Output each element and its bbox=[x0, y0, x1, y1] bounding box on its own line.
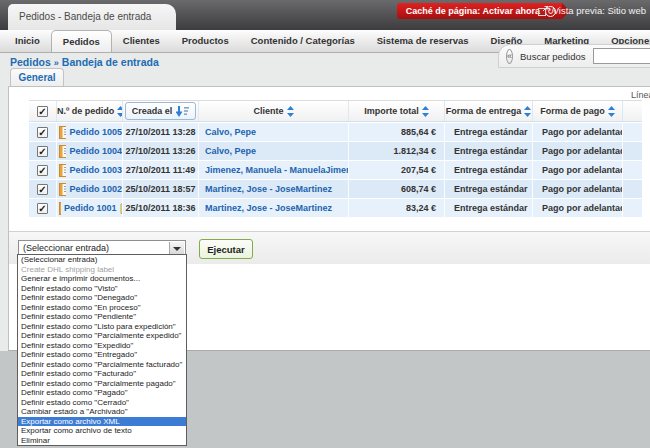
bulk-action-option[interactable]: Definir estado como "Parcialmente factur… bbox=[18, 360, 186, 370]
bulk-action-option-highlighted[interactable]: Exportar como archivo XML bbox=[18, 417, 186, 427]
row-checkbox[interactable] bbox=[37, 146, 48, 157]
client-link[interactable]: Jimenez, Manuela - ManuelaJimenez bbox=[205, 165, 349, 175]
window-tab-title: Pedidos - Bandeja de entrada bbox=[19, 11, 151, 22]
column-header-client[interactable]: Cliente bbox=[199, 101, 349, 121]
bulk-action-option[interactable]: Definir estado como "Cerrado" bbox=[18, 398, 186, 408]
bulk-action-option[interactable]: Exportar como archivo de texto bbox=[18, 426, 186, 436]
order-doc-icon bbox=[59, 126, 66, 139]
breadcrumb-separator: » bbox=[51, 58, 62, 68]
order-payment: Pago por adelantado bbox=[533, 123, 623, 141]
order-total: 83,24 € bbox=[349, 199, 445, 217]
order-date: 25/10/2011 18:36 bbox=[123, 199, 199, 217]
menu-item-productos[interactable]: Productos bbox=[171, 30, 240, 52]
execute-button[interactable]: Ejecutar bbox=[199, 239, 253, 259]
note-icon bbox=[120, 203, 122, 214]
lines-per-page-label: Línea bbox=[631, 90, 650, 100]
bulk-action-option[interactable]: Definir estado como "Parcialmente expedi… bbox=[18, 331, 186, 341]
order-shipping: Entrega estándar bbox=[445, 199, 533, 217]
order-link[interactable]: Pedido 1003 bbox=[69, 165, 122, 175]
window-tab[interactable]: Pedidos - Bandeja de entrada bbox=[8, 4, 176, 30]
bulk-action-option[interactable]: Definir estado como "Pendiente" bbox=[18, 312, 186, 322]
order-payment: Pago por adelantado bbox=[533, 199, 623, 217]
order-doc-icon bbox=[59, 202, 61, 215]
order-date: 27/10/2011 11:49 bbox=[123, 161, 199, 179]
column-header-shipping[interactable]: Forma de entrega bbox=[445, 101, 533, 121]
sort-icon bbox=[524, 106, 531, 117]
bulk-action-option[interactable]: Definir estado como "Facturado" bbox=[18, 369, 186, 379]
bulk-action-option[interactable]: Definir estado como "Parcialmente pagado… bbox=[18, 379, 186, 389]
order-date: 27/10/2011 13:28 bbox=[123, 123, 199, 141]
order-total: 207,54 € bbox=[349, 161, 445, 179]
app-window: Pedidos - Bandeja de entrada Caché de pá… bbox=[0, 0, 650, 448]
order-doc-icon bbox=[59, 183, 66, 196]
search-input[interactable] bbox=[593, 48, 650, 64]
search-label: Buscar pedidos bbox=[520, 51, 585, 62]
sort-descending-icon bbox=[176, 106, 189, 117]
title-bar: Pedidos - Bandeja de entrada Caché de pá… bbox=[0, 0, 650, 30]
bulk-action-option[interactable]: (Seleccionar entrada) bbox=[18, 255, 186, 265]
row-checkbox[interactable] bbox=[37, 165, 48, 176]
menu-item-contenido[interactable]: Contenido / Categorías bbox=[240, 30, 366, 52]
order-shipping: Entrega estándar bbox=[445, 161, 533, 179]
client-link[interactable]: Calvo, Pepe bbox=[205, 146, 256, 156]
collapse-search-button[interactable] bbox=[506, 49, 513, 64]
order-payment: Pago por adelantado bbox=[533, 161, 623, 179]
order-link[interactable]: Pedido 1001 bbox=[64, 203, 117, 213]
order-date: 25/10/2011 18:57 bbox=[123, 180, 199, 198]
orders-table: N.º de pedido Creada el bbox=[29, 100, 642, 217]
order-shipping: Entrega estándar bbox=[445, 142, 533, 160]
order-date: 27/10/2011 13:26 bbox=[123, 142, 199, 160]
bulk-action-option: Create DHL shipping label bbox=[18, 265, 186, 275]
client-link[interactable]: Calvo, Pepe bbox=[205, 127, 256, 137]
bulk-action-option[interactable]: Definir estado como "Visto" bbox=[18, 284, 186, 294]
order-doc-icon bbox=[59, 145, 66, 158]
bulk-action-option[interactable]: Definir estado como "Expedido" bbox=[18, 341, 186, 351]
row-checkbox[interactable] bbox=[37, 127, 48, 138]
table-row: Pedido 1002 25/10/2011 18:57 Martinez, J… bbox=[29, 180, 642, 198]
row-checkbox[interactable] bbox=[37, 203, 48, 214]
tab-general[interactable]: General bbox=[10, 68, 64, 86]
menu-item-clientes[interactable]: Clientes bbox=[112, 30, 171, 52]
order-total: 1.812,34 € bbox=[349, 142, 445, 160]
table-row: Pedido 1004 27/10/2011 13:26 Calvo, Pepe… bbox=[29, 142, 642, 160]
order-link[interactable]: Pedido 1002 bbox=[69, 184, 122, 194]
menu-item-inicio[interactable]: Inicio bbox=[4, 30, 51, 52]
bulk-action-option[interactable]: Generar e imprimir documentos... bbox=[18, 274, 186, 284]
cache-badge-label: Caché de página: Activar ahora bbox=[406, 6, 540, 16]
bulk-action-option[interactable]: Definir estado como "Listo para expedici… bbox=[18, 322, 186, 332]
order-link[interactable]: Pedido 1005 bbox=[69, 127, 122, 137]
column-header-payment[interactable]: Forma de pago bbox=[533, 101, 623, 121]
bulk-action-option[interactable]: Definir estado como "En proceso" bbox=[18, 303, 186, 313]
column-header-select-all[interactable] bbox=[29, 101, 57, 121]
bulk-action-option[interactable]: Eliminar bbox=[18, 436, 186, 446]
bulk-action-option[interactable]: Definir estado como "Entregado" bbox=[18, 350, 186, 360]
order-link[interactable]: Pedido 1004 bbox=[69, 146, 122, 156]
menu-item-pedidos[interactable]: Pedidos bbox=[51, 30, 112, 52]
menu-item-sistema-reservas[interactable]: Sistema de reservas bbox=[366, 30, 480, 52]
client-link[interactable]: Martinez, Jose - JoseMartinez bbox=[205, 184, 332, 194]
sort-icon bbox=[608, 106, 615, 117]
order-payment: Pago por adelantado bbox=[533, 142, 623, 160]
bulk-action-option[interactable]: Definir estado como "Denegado" bbox=[18, 293, 186, 303]
bulk-action-select-value: (Seleccionar entrada) bbox=[23, 243, 109, 253]
preview-link[interactable]: Vista previa: Sitio web bbox=[538, 5, 646, 16]
order-payment: Pago por adelantado bbox=[533, 180, 623, 198]
bulk-action-option[interactable]: Cambiar estado a "Archivado" bbox=[18, 407, 186, 417]
column-header-order-number[interactable]: N.º de pedido bbox=[57, 101, 123, 121]
table-row: Pedido 1005 27/10/2011 13:28 Calvo, Pepe… bbox=[29, 123, 642, 141]
table-row: Pedido 1003 27/10/2011 11:49 Jimenez, Ma… bbox=[29, 161, 642, 179]
search-bar: Buscar pedidos bbox=[498, 44, 650, 68]
breadcrumb-current[interactable]: Bandeja de entrada bbox=[62, 56, 159, 68]
column-header-total[interactable]: Importe total bbox=[349, 101, 445, 121]
order-total: 608,74 € bbox=[349, 180, 445, 198]
external-link-icon bbox=[538, 6, 549, 16]
sort-icon bbox=[422, 106, 429, 117]
column-header-spacer bbox=[623, 101, 642, 121]
column-header-created[interactable]: Creada el bbox=[123, 101, 199, 121]
breadcrumb-parent[interactable]: Pedidos bbox=[10, 56, 51, 68]
header-checkbox[interactable] bbox=[37, 106, 48, 117]
bulk-action-option[interactable]: Definir estado como "Pagado" bbox=[18, 388, 186, 398]
order-shipping: Entrega estándar bbox=[445, 180, 533, 198]
client-link[interactable]: Martinez, Jose - JoseMartinez bbox=[205, 203, 332, 213]
row-checkbox[interactable] bbox=[37, 184, 48, 195]
